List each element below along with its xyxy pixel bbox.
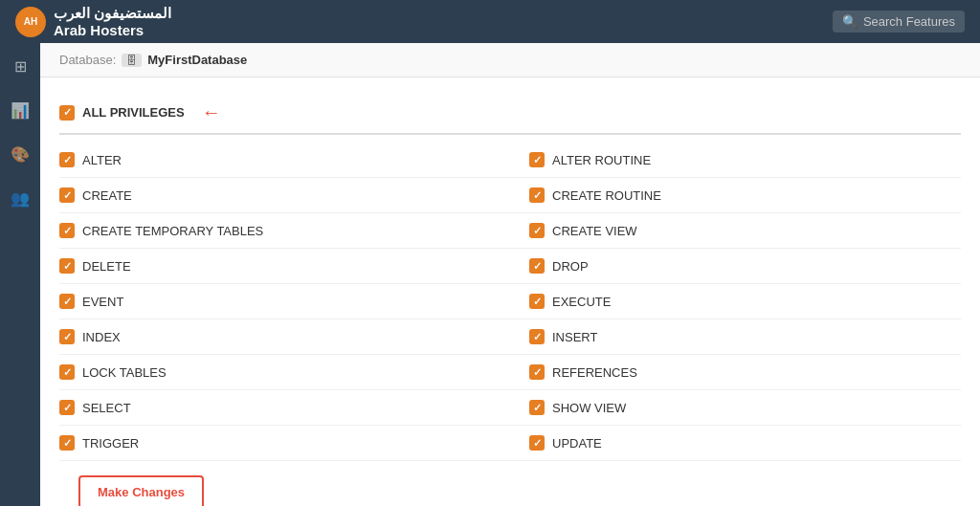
privilege-label: DELETE xyxy=(82,259,131,274)
sidebar-chart-icon[interactable]: 📊 xyxy=(7,97,33,123)
privilege-checkbox[interactable] xyxy=(59,152,75,167)
navbar: AH المستضيفون العرب Arab Hosters 🔍 Searc… xyxy=(0,0,980,43)
logo: AH المستضيفون العرب Arab Hosters xyxy=(15,5,171,39)
privilege-label: EVENT xyxy=(82,295,123,309)
db-icon-badge: 🗄 xyxy=(122,54,142,67)
all-privileges-label: ALL PRIVILEGES xyxy=(82,105,185,120)
privilege-checkbox[interactable] xyxy=(529,329,545,344)
privilege-label: CREATE TEMPORARY TABLES xyxy=(82,224,263,238)
privilege-item: CREATE xyxy=(59,178,510,213)
privilege-label: INSERT xyxy=(552,330,597,344)
search-placeholder: Search Features xyxy=(863,14,955,29)
privilege-item: LOCK TABLES xyxy=(59,355,510,390)
main-layout: ⊞ 📊 🎨 👥 Database: 🗄 MyFirstDatabase ALL … xyxy=(0,43,980,506)
privilege-item: TRIGGER xyxy=(59,426,510,461)
privilege-item: ALTER xyxy=(59,143,510,178)
content-area: Database: 🗄 MyFirstDatabase ALL PRIVILEG… xyxy=(40,43,980,506)
privilege-item: REFERENCES xyxy=(510,355,961,390)
sidebar-users-icon[interactable]: 👥 xyxy=(7,185,33,211)
privilege-label: UPDATE xyxy=(552,436,602,451)
privilege-item: UPDATE xyxy=(510,426,961,461)
logo-icon: AH xyxy=(15,7,46,37)
privilege-checkbox[interactable] xyxy=(529,223,545,238)
privilege-item: CREATE ROUTINE xyxy=(510,178,961,213)
privilege-item: CREATE TEMPORARY TABLES xyxy=(59,213,510,249)
privilege-label: EXECUTE xyxy=(552,295,611,309)
search-icon: 🔍 xyxy=(842,14,858,29)
logo-arabic: المستضيفون العرب xyxy=(54,5,171,22)
db-name: MyFirstDatabase xyxy=(147,53,247,67)
btn-area: Make Changes xyxy=(59,461,961,506)
search-bar[interactable]: 🔍 Search Features xyxy=(833,11,965,33)
privilege-checkbox[interactable] xyxy=(59,400,75,415)
privilege-checkbox[interactable] xyxy=(529,187,545,203)
privilege-checkbox[interactable] xyxy=(59,364,75,380)
privilege-item: EVENT xyxy=(59,284,510,319)
sidebar-grid-icon[interactable]: ⊞ xyxy=(7,53,33,79)
privilege-label: SELECT xyxy=(82,401,131,415)
privilege-checkbox[interactable] xyxy=(529,294,545,309)
db-label: Database: xyxy=(59,53,116,67)
privilege-checkbox[interactable] xyxy=(59,329,75,344)
privilege-checkbox[interactable] xyxy=(59,258,75,274)
privilege-checkbox[interactable] xyxy=(529,435,545,451)
privilege-item: SHOW VIEW xyxy=(510,390,961,426)
privilege-label: DROP xyxy=(552,259,589,274)
privilege-item: INSERT xyxy=(510,319,961,355)
privilege-label: ALTER ROUTINE xyxy=(552,153,651,167)
privilege-checkbox[interactable] xyxy=(59,294,75,309)
privilege-checkbox[interactable] xyxy=(59,223,75,238)
sidebar: ⊞ 📊 🎨 👥 xyxy=(0,43,40,506)
sidebar-palette-icon[interactable]: 🎨 xyxy=(7,141,33,167)
db-header: Database: 🗄 MyFirstDatabase xyxy=(40,43,980,77)
privilege-item: ALTER ROUTINE xyxy=(510,143,961,178)
privileges-container: ALL PRIVILEGES ← ALTERALTER ROUTINECREAT… xyxy=(40,77,980,506)
privilege-label: CREATE xyxy=(82,188,132,203)
privilege-label: SHOW VIEW xyxy=(552,401,626,415)
privilege-label: REFERENCES xyxy=(552,365,637,380)
privilege-item: CREATE VIEW xyxy=(510,213,961,249)
make-changes-button[interactable]: Make Changes xyxy=(78,475,204,506)
logo-english: Arab Hosters xyxy=(54,22,144,38)
privilege-label: TRIGGER xyxy=(82,436,139,451)
privilege-checkbox[interactable] xyxy=(529,364,545,380)
privileges-grid: ALTERALTER ROUTINECREATECREATE ROUTINECR… xyxy=(59,143,961,461)
privilege-label: INDEX xyxy=(82,330,121,344)
privilege-item: INDEX xyxy=(59,319,510,355)
all-privileges-row: ALL PRIVILEGES ← xyxy=(59,92,961,135)
privilege-label: CREATE ROUTINE xyxy=(552,188,661,203)
logo-text-block: المستضيفون العرب Arab Hosters xyxy=(54,5,171,39)
privilege-item: DELETE xyxy=(59,249,510,284)
privilege-item: DROP xyxy=(510,249,961,284)
privilege-checkbox[interactable] xyxy=(529,258,545,274)
privilege-label: ALTER xyxy=(82,153,122,167)
all-privileges-checkbox[interactable] xyxy=(59,105,75,121)
privilege-checkbox[interactable] xyxy=(59,187,75,203)
red-arrow-indicator: ← xyxy=(202,101,221,123)
privilege-label: LOCK TABLES xyxy=(82,365,167,380)
privilege-checkbox[interactable] xyxy=(59,435,75,451)
privilege-item: EXECUTE xyxy=(510,284,961,319)
privilege-checkbox[interactable] xyxy=(529,400,545,415)
privilege-checkbox[interactable] xyxy=(529,152,545,167)
privilege-item: SELECT xyxy=(59,390,510,426)
privilege-label: CREATE VIEW xyxy=(552,224,637,238)
